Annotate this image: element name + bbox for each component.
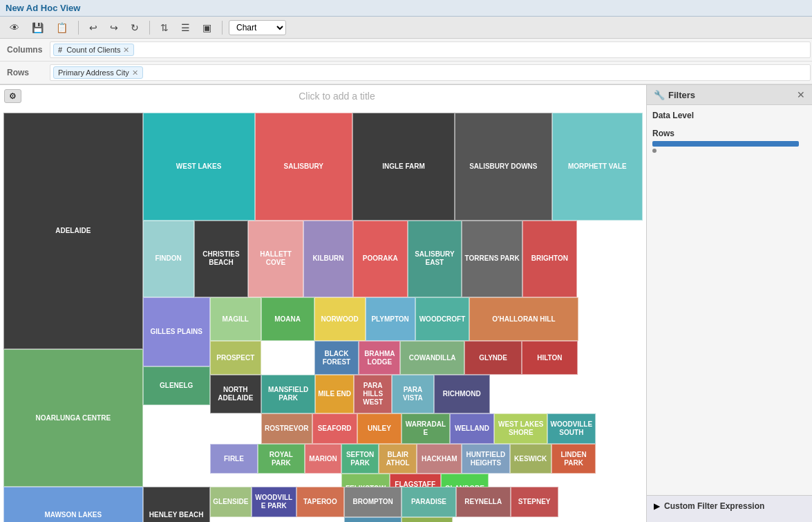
treemap-cell[interactable]: KESWICK — [510, 444, 551, 474]
treemap-cell[interactable]: PROSPECT — [210, 341, 261, 375]
treemap-cell[interactable]: NORWOOD — [314, 297, 366, 340]
treemap-cell[interactable]: MILE END — [315, 375, 354, 413]
treemap-cell[interactable]: GILLES PLAINS — [143, 297, 210, 366]
refresh-button[interactable]: ↻ — [126, 20, 143, 35]
rows-filter-bar[interactable] — [652, 141, 799, 147]
treemap-cell[interactable]: UNLEY — [357, 413, 402, 444]
treemap-cell[interactable]: STEPNEY — [511, 487, 558, 517]
save-button[interactable]: 💾 — [28, 20, 48, 35]
treemap-cell[interactable]: BRIGHTON — [522, 221, 577, 298]
treemap-cell[interactable]: SALISBURY — [255, 113, 353, 221]
treemap-cell[interactable]: KILBURN — [303, 221, 353, 298]
treemap-cell[interactable]: REYNELLA — [456, 487, 511, 517]
treemap-cell[interactable]: GLYNDE — [464, 341, 522, 375]
view-button[interactable]: 👁 — [6, 20, 23, 35]
columns-label: Columns — [0, 45, 48, 55]
gear-button[interactable]: ⚙ — [4, 89, 21, 103]
treemap-cell[interactable]: SALISBURY DOWNS — [455, 113, 552, 221]
filters-title: 🔧 Filters — [654, 90, 695, 100]
treemap-cell[interactable]: O'HALLORAN HILL — [469, 297, 578, 340]
treemap-cell[interactable]: SALISBURY EAST — [408, 221, 462, 298]
app-title: New Ad Hoc View — [6, 3, 80, 13]
treemap-cell[interactable]: INGLE FARM — [352, 113, 455, 221]
custom-filter-header[interactable]: ▶ Custom Filter Expression — [647, 496, 812, 516]
options-button[interactable]: ▣ — [198, 20, 216, 35]
primary-address-city-pill[interactable]: Primary Address City ✕ — [53, 66, 143, 79]
treemap-cell[interactable]: HILTON — [522, 341, 577, 375]
remove-primary-address-city-button[interactable]: ✕ — [132, 68, 138, 77]
treemap-cell[interactable]: GLENSIDE — [210, 487, 252, 517]
treemap-cell[interactable]: BROMPTON — [344, 487, 402, 517]
treemap-cell[interactable]: ADELAIDE — [3, 113, 143, 349]
undo-button[interactable]: ↩ — [85, 20, 102, 35]
treemap-cell[interactable]: FINDON — [143, 221, 194, 298]
treemap-cell[interactable]: MORPHETT VALE — [552, 113, 643, 221]
treemap-cell[interactable]: SEAFORD — [312, 413, 357, 444]
treemap-cell[interactable]: COWANDILLA — [400, 341, 464, 375]
rows-filter-section: Rows — [652, 129, 806, 153]
chart-type-select[interactable]: Chart Table Crosstab — [229, 20, 286, 35]
treemap-cell[interactable]: TORRENS PARK — [462, 221, 522, 298]
treemap-cell[interactable]: BLAIR ATHOL — [379, 444, 417, 474]
treemap-cell[interactable]: MOANA — [261, 297, 314, 340]
treemap-cell[interactable]: CHRISTIES BEACH — [194, 221, 249, 298]
treemap-cell[interactable]: MAGILL — [210, 297, 261, 340]
treemap-cell[interactable]: WOODCROFT — [415, 297, 470, 340]
count-of-clients-pill[interactable]: # Count of Clients ✕ — [53, 44, 134, 56]
separator-2 — [149, 21, 150, 35]
treemap-cell[interactable]: GLENELG — [143, 366, 210, 405]
treemap-cell[interactable]: POORAKA — [353, 221, 408, 298]
treemap-cell[interactable]: FIRLE — [210, 444, 258, 474]
chart-title[interactable]: Click to add a title — [28, 85, 646, 107]
treemap-cell[interactable]: GOODWOOD — [344, 517, 402, 522]
treemap-cell[interactable]: MANSFIELD PARK — [261, 375, 316, 413]
columns-row: Columns # Count of Clients ✕ — [0, 39, 812, 62]
treemap-cell[interactable]: TAPEROO — [296, 487, 344, 517]
count-of-clients-label: Count of Clients — [66, 46, 120, 54]
treemap-cell[interactable]: BLACK FOREST — [314, 341, 359, 375]
save-as-button[interactable]: 📋 — [52, 20, 72, 35]
treemap-cell[interactable]: TRANMERE — [402, 517, 453, 522]
treemap-cell[interactable]: PARA VISTA — [392, 375, 433, 413]
treemap-cell[interactable]: NORTH ADELAIDE — [210, 375, 261, 413]
apply-button-area: Apply — [647, 516, 812, 522]
treemap-cell[interactable]: HALLETT COVE — [248, 221, 303, 298]
filters-title-label: Filters — [668, 90, 695, 100]
layout-button[interactable]: ☰ — [177, 20, 194, 35]
treemap-cell[interactable]: ROYAL PARK — [258, 444, 305, 474]
treemap-cell[interactable]: WOODVILLE SOUTH — [547, 413, 595, 444]
treemap-cell[interactable]: PARADISE — [402, 487, 456, 517]
redo-button[interactable]: ↪ — [106, 20, 122, 35]
treemap-cell[interactable]: HENLEY BEACH — [143, 487, 210, 522]
custom-filter-section: ▶ Custom Filter Expression Apply — [647, 495, 812, 522]
treemap-cell[interactable]: SEFTON PARK — [341, 444, 379, 474]
treemap-cell[interactable]: WARRADALE — [402, 413, 449, 444]
remove-count-of-clients-button[interactable]: ✕ — [123, 46, 129, 55]
treemap-cell[interactable]: MAWSON LAKES — [3, 487, 143, 522]
filters-body: Data Level Rows — [647, 105, 812, 495]
treemap-cell[interactable]: WEST LAKES — [143, 113, 255, 221]
treemap-cell[interactable]: WELLAND — [450, 413, 495, 444]
filters-close-button[interactable]: ✕ — [797, 89, 805, 100]
treemap-cell[interactable]: NOARLUNGA CENTRE — [3, 349, 143, 487]
treemap-cell[interactable]: BRAHMA LODGE — [359, 341, 400, 375]
treemap-cell[interactable]: WOODVILLE PARK — [252, 487, 296, 517]
treemap-cell[interactable]: MARION — [305, 444, 342, 474]
treemap-cell[interactable]: LINDEN PARK — [551, 444, 596, 474]
data-level-label: Data Level — [652, 111, 806, 120]
toolbar: 👁 💾 📋 ↩ ↪ ↻ ⇅ ☰ ▣ Chart Table Crosstab — [0, 17, 812, 39]
treemap-cell[interactable]: HUNTFIELD HEIGHTS — [462, 444, 509, 474]
treemap: ADELAIDEWEST LAKESSALISBURYINGLE FARMSAL… — [3, 113, 643, 522]
treemap-cell[interactable]: PARA HILLS WEST — [354, 375, 393, 413]
separator-3 — [222, 21, 223, 35]
treemap-cell[interactable]: ROSTREVOR — [261, 413, 312, 444]
filter-dot — [652, 149, 657, 153]
field-area: Columns # Count of Clients ✕ Rows Primar… — [0, 39, 812, 85]
treemap-cell[interactable]: PLYMPTON — [366, 297, 415, 340]
treemap-cell[interactable]: HACKHAM — [417, 444, 462, 474]
switch-to-table-button[interactable]: ⇅ — [156, 20, 173, 35]
data-level-section: Data Level — [652, 111, 806, 120]
custom-filter-label: Custom Filter Expression — [664, 501, 764, 511]
treemap-cell[interactable]: RICHMOND — [434, 375, 490, 413]
treemap-cell[interactable]: WEST LAKES SHORE — [494, 413, 547, 444]
